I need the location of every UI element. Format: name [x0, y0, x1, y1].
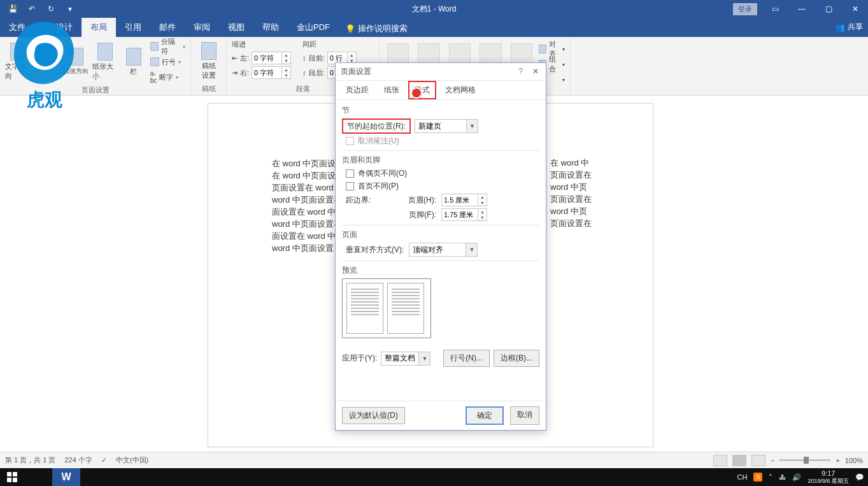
dialog-close-icon[interactable]: ✕	[530, 67, 541, 76]
apply-to-input[interactable]	[381, 354, 418, 363]
view-read-mode-button[interactable]	[713, 455, 727, 466]
share-button[interactable]: 👥 共享	[836, 22, 863, 32]
header-input[interactable]	[442, 196, 478, 204]
start-button[interactable]	[0, 468, 24, 486]
margins-icon	[39, 48, 54, 66]
tray-sogou-icon[interactable]: S	[753, 473, 762, 482]
up-icon[interactable]: ▲	[478, 209, 487, 215]
status-page[interactable]: 第 1 页，共 1 页	[5, 455, 55, 465]
tell-me[interactable]: 💡 操作说明搜索	[339, 20, 414, 37]
qat-customize-icon[interactable]: ▾	[61, 1, 79, 17]
tray-ime[interactable]: CH	[737, 473, 748, 481]
line-numbers-dialog-button[interactable]: 行号(N)...	[443, 350, 490, 367]
indent-left-input[interactable]	[252, 54, 281, 62]
status-word-count[interactable]: 224 个字	[64, 455, 92, 465]
status-language[interactable]: 中文(中国)	[116, 455, 148, 465]
orientation-button[interactable]: 纸张方向	[63, 39, 89, 84]
zoom-in-icon[interactable]: +	[836, 457, 839, 464]
chevron-down-icon[interactable]: ▼	[418, 352, 430, 365]
manuscript-group-label: 稿纸	[196, 83, 221, 94]
footer-spinner[interactable]: ▲▼	[441, 208, 487, 221]
view-web-layout-button[interactable]	[751, 455, 765, 466]
tray-network-icon[interactable]: 🖧	[779, 473, 786, 481]
indent-right-spinner[interactable]: ▲▼	[252, 66, 291, 79]
tab-grid[interactable]: 文档网格	[439, 81, 482, 99]
view-print-layout-button[interactable]	[732, 455, 746, 466]
down-icon[interactable]: ▼	[478, 200, 487, 206]
tab-design[interactable]: 设计	[47, 18, 82, 37]
down-icon[interactable]: ▼	[478, 215, 487, 220]
taskbar-word-button[interactable]: W	[52, 468, 80, 486]
up-icon[interactable]: ▲	[282, 67, 290, 73]
zoom-out-icon[interactable]: −	[771, 457, 774, 464]
margins-button[interactable]: 页边距	[34, 39, 59, 84]
up-icon[interactable]: ▲	[282, 52, 290, 58]
down-icon[interactable]: ▼	[282, 73, 290, 78]
valign-label: 垂直对齐方式(V):	[346, 245, 404, 255]
section-start-combo[interactable]: ▼	[415, 119, 478, 133]
chevron-down-icon[interactable]: ▼	[466, 120, 478, 132]
tab-review[interactable]: 审阅	[185, 18, 219, 37]
space-before-input[interactable]	[328, 54, 347, 62]
tray-volume-icon[interactable]: 🔊	[792, 473, 801, 482]
borders-dialog-button[interactable]: 边框(B)...	[494, 350, 539, 367]
line-numbers-button[interactable]: 行号▾	[150, 55, 185, 69]
tab-margins[interactable]: 页边距	[339, 81, 375, 99]
odd-even-checkbox[interactable]: 奇偶页不同(O)	[346, 168, 539, 179]
tab-paper[interactable]: 纸张	[378, 81, 406, 99]
save-icon[interactable]: 💾	[4, 1, 22, 17]
header-spinner[interactable]: ▲▼	[441, 194, 487, 206]
dialog-help-icon[interactable]: ?	[518, 67, 523, 76]
tray-clock[interactable]: 9:17 2019/9/6 星期五	[808, 469, 849, 485]
tray-notifications-icon[interactable]: 💬	[855, 473, 864, 482]
up-icon[interactable]: ▲	[478, 194, 487, 200]
tab-jinshanpdf[interactable]: 金山PDF	[288, 18, 339, 37]
valign-combo[interactable]: ▼	[409, 243, 478, 257]
tab-mailings[interactable]: 邮件	[150, 18, 185, 37]
apply-to-combo[interactable]: ▼	[381, 352, 430, 366]
tab-view[interactable]: 视图	[219, 18, 253, 37]
svg-rect-3	[13, 478, 17, 482]
login-button[interactable]: 登录	[733, 3, 757, 15]
breaks-button[interactable]: 分隔符▾	[150, 39, 185, 54]
footer-input[interactable]	[442, 211, 478, 218]
tab-help[interactable]: 帮助	[253, 18, 288, 37]
maximize-icon[interactable]: ▢	[816, 0, 841, 18]
zoom-slider-thumb[interactable]	[804, 457, 809, 464]
tray-chevron-icon[interactable]: ˄	[769, 473, 772, 482]
zoom-slider[interactable]	[779, 459, 830, 461]
redo-icon[interactable]: ↻	[42, 1, 60, 17]
valign-input[interactable]	[409, 245, 466, 254]
manuscript-button[interactable]: 稿纸 设置	[196, 39, 221, 83]
ribbon-options-icon[interactable]: ▭	[762, 0, 788, 18]
hyphenation-button[interactable]: a-bc断字▾	[150, 70, 185, 84]
up-icon[interactable]: ▲	[348, 52, 356, 58]
annotation-cursor-icon	[411, 87, 422, 99]
section-start-input[interactable]	[415, 122, 466, 131]
text-direction-button[interactable]: 文字方向	[5, 39, 30, 84]
dialog-titlebar[interactable]: 页面设置 ? ✕	[336, 63, 546, 81]
indent-left-spinner[interactable]: ▲▼	[252, 52, 291, 64]
first-page-checkbox[interactable]: 首页不同(P)	[346, 181, 539, 192]
size-icon	[97, 43, 113, 61]
minimize-icon[interactable]: —	[789, 0, 815, 18]
zoom-level[interactable]: 100%	[845, 457, 863, 464]
chevron-down-icon[interactable]: ▼	[466, 243, 477, 256]
tab-file[interactable]: 文件	[0, 18, 34, 37]
tab-references[interactable]: 引用	[116, 18, 150, 37]
status-proofing-icon[interactable]: ✓	[101, 456, 107, 464]
size-button[interactable]: 纸张大小	[92, 39, 117, 84]
ok-button[interactable]: 确定	[466, 406, 504, 425]
set-default-button[interactable]: 设为默认值(D)	[342, 407, 405, 424]
suppress-endnotes-checkbox[interactable]: 取消尾注(U)	[346, 136, 539, 147]
tab-layout[interactable]: 布局	[82, 18, 116, 37]
indent-right-input[interactable]	[252, 69, 281, 76]
columns-button[interactable]: 栏	[121, 39, 146, 84]
align-button[interactable]: 对齐▾	[539, 42, 565, 56]
down-icon[interactable]: ▼	[282, 58, 290, 64]
close-icon[interactable]: ✕	[843, 0, 868, 18]
undo-icon[interactable]: ↶	[23, 1, 41, 17]
cancel-button[interactable]: 取消	[510, 406, 539, 425]
dialog-tabs: 页边距 纸张 版式 文档网格	[336, 81, 546, 100]
taskbar-app-1[interactable]	[24, 468, 52, 486]
